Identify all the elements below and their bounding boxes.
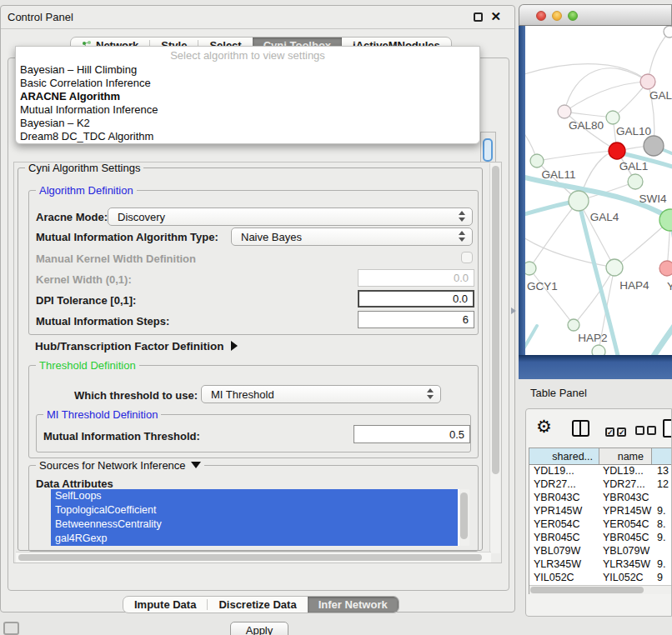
control-panel-titlebar[interactable]: Control Panel ✕ [1,6,514,28]
gear-icon[interactable]: ⚙ [536,417,552,437]
table-row[interactable]: YBR043CYBR043C [529,492,672,505]
manual-kernel-checkbox[interactable] [461,252,473,263]
hub-definition-label: Hub/Transcription Factor Definition [35,340,224,352]
dropdown-item-selected[interactable]: ARACNE Algorithm [16,90,479,103]
network-window-frame-bottom [519,355,672,379]
mi-threshold-label: Mutual Information Threshold: [43,430,200,442]
float-window-icon[interactable] [474,12,483,22]
node-gal7[interactable] [640,74,655,89]
list-item[interactable]: TopologicalCoefficient [51,503,458,518]
mi-steps-value: 6 [463,313,469,326]
algorithm-definition-group: Algorithm Definition Aracne Mode: Discov… [28,190,479,335]
collapsed-arrow-icon [231,341,238,351]
node-gal4[interactable] [569,191,589,211]
mi-type-label: Mutual Information Algorithm Type: [36,231,218,243]
column-header-partial[interactable] [652,448,672,464]
node-gcy1[interactable] [525,262,536,275]
settings-horizontal-scrollbar[interactable] [16,552,491,562]
mi-threshold-group: MI Threshold Definition Mutual Informati… [36,414,471,452]
list-scrollbar[interactable] [459,489,469,546]
column-header-name[interactable]: name [599,448,652,464]
table-row[interactable]: YIL052CYIL052C9 [529,572,672,584]
node-salmon[interactable] [659,261,672,276]
node-unlabeled[interactable] [664,26,672,38]
collapsed-panel-icon[interactable] [3,622,19,635]
dpi-tolerance-field[interactable]: 0.0 [358,290,474,308]
table-function-icon[interactable] [663,419,672,438]
deselect-all-checkboxes-icon[interactable] [635,423,659,438]
which-threshold-combobox[interactable]: MI Threshold [201,385,441,403]
threshold-definition-title: Threshold Definition [36,359,139,372]
aracne-mode-combobox[interactable]: Discovery [108,208,473,226]
sources-title-label: Sources for Network Inference [39,459,186,472]
table-row[interactable]: YBL079WYBL079W [529,545,672,558]
node-gal80[interactable] [558,105,571,118]
node-swi4[interactable] [628,174,643,189]
dpi-tolerance-value: 0.0 [453,292,468,305]
network-canvas[interactable]: GAL GAL80 GAL10 GAL1 GAL11 SWI4 GAL4 GCY… [525,26,672,355]
settings-vertical-scrollbar[interactable] [489,163,500,553]
sources-title[interactable]: Sources for Network Inference [36,459,204,472]
mi-type-combobox[interactable]: Naive Bayes [231,228,473,246]
hub-definition-toggle[interactable]: Hub/Transcription Factor Definition [35,340,238,352]
dropdown-item[interactable]: Basic Correlation Inference [16,77,479,90]
tab-infer-network[interactable]: Infer Network [308,597,399,612]
node-gal1-selected[interactable] [609,142,625,159]
expanded-arrow-icon [191,462,201,468]
node-gray[interactable] [644,136,664,156]
network-window-titlebar[interactable] [519,4,672,26]
mi-type-value: Naive Bayes [241,231,302,243]
tab-discretize-data-label: Discretize Data [218,598,296,611]
mi-steps-label: Mutual Information Steps: [36,315,169,328]
node-hap4[interactable] [606,259,623,276]
data-attributes-list[interactable]: SelfLoops TopologicalCoefficient Between… [51,489,469,546]
list-item[interactable]: SelfLoops [51,489,458,503]
network-view-window: GAL GAL80 GAL10 GAL1 GAL11 SWI4 GAL4 GCY… [519,4,672,379]
tab-discretize-data[interactable]: Discretize Data [208,597,307,612]
kernel-width-value: 0.0 [454,272,469,284]
node-label: HAP4 [619,279,649,292]
table-row[interactable]: YLR345WYLR345W9. [529,558,672,572]
bottom-tabs: Impute Data Discretize Data Infer Networ… [123,596,399,613]
which-threshold-value: MI Threshold [211,388,274,401]
node-label: GAL80 [569,119,604,132]
splitter-handle[interactable] [511,308,516,314]
node-gal10[interactable] [606,111,619,124]
apply-button[interactable]: Apply [230,622,288,635]
tab-impute-data[interactable]: Impute Data [123,597,207,612]
node-gal11[interactable] [530,154,544,168]
mi-threshold-field[interactable]: 0.5 [354,425,470,443]
combo-arrows-icon [427,388,434,399]
mac-close-icon[interactable] [536,11,546,21]
table-row[interactable]: YBR045CYBR045C9. [529,532,672,545]
table-row[interactable]: YDL19...YDL19...13 [529,465,672,478]
table-row[interactable]: YER054CYER054C8. [529,518,672,532]
obscured-focus-ring [483,138,493,162]
mi-steps-field[interactable]: 6 [358,311,474,328]
dropdown-item[interactable]: Bayesian – K2 [16,117,479,130]
dropdown-item[interactable]: Bayesian – Hill Climbing [16,63,479,77]
columns-icon[interactable] [572,420,589,437]
network-window-frame [519,26,525,379]
list-item[interactable]: gal4RGexp [51,532,458,546]
data-attributes-label: Data Attributes [36,478,113,490]
table-row[interactable]: YPR145WYPR145W9. [529,505,672,518]
dropdown-item[interactable]: Mutual Information Inference [16,103,479,117]
table-row[interactable]: YDR27...YDR27...12 [529,478,672,492]
mac-zoom-icon[interactable] [568,11,578,21]
select-all-checkboxes-icon[interactable]: ✓✓ [605,423,629,438]
close-icon[interactable]: ✕ [490,9,501,24]
network-graph: GAL GAL80 GAL10 GAL1 GAL11 SWI4 GAL4 GCY… [525,26,672,355]
screen: Control Panel ✕ Network Style Select Cy [0,0,672,635]
node-partial-bottom[interactable] [592,345,605,355]
settings-scroll-area: Cyni Algorithm Settings Algorithm Defini… [13,162,502,563]
apply-button-label: Apply [246,624,273,635]
mac-minimize-icon[interactable] [552,11,562,21]
list-item[interactable]: BetweennessCentrality [51,518,458,532]
titlebar-divider [1,28,514,29]
kernel-width-field[interactable]: 0.0 [358,269,474,287]
table-horizontal-scrollbar[interactable] [529,585,672,594]
column-header-shared-name[interactable]: shared... [529,448,599,464]
node-hap2[interactable] [568,319,579,331]
dropdown-item[interactable]: Dream8 DC_TDC Algorithm [16,130,479,143]
